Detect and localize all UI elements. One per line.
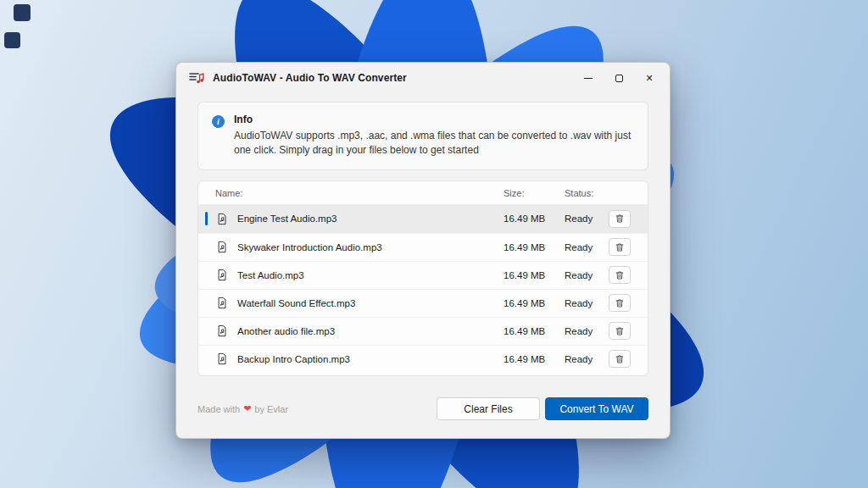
trash-icon: [615, 354, 625, 364]
info-panel: i Info AudioToWAV supports .mp3, .aac, a…: [198, 102, 648, 170]
file-status: Ready: [565, 214, 609, 224]
trash-icon: [615, 270, 625, 280]
file-list-header: Name: Size: Status:: [198, 181, 648, 205]
file-row[interactable]: Skywaker Introduction Audio.mp3 16.49 MB…: [198, 233, 648, 261]
file-row[interactable]: Backup Intro Caption.mp3 16.49 MB Ready: [198, 345, 648, 373]
file-name: Engine Test Audio.mp3: [237, 214, 504, 224]
minimize-button[interactable]: [573, 66, 604, 90]
credit-text: Made with ❤ by Evlar: [198, 403, 288, 414]
window-footer: Made with ❤ by Evlar Clear Files Convert…: [198, 397, 648, 420]
window-content: i Info AudioToWAV supports .mp3, .aac, a…: [176, 93, 670, 438]
info-title: Info: [234, 114, 634, 125]
audio-file-icon: [207, 241, 237, 253]
delete-file-button[interactable]: [609, 294, 631, 312]
file-name: Test Audio.mp3: [237, 270, 504, 280]
file-status: Ready: [565, 326, 609, 336]
info-body: AudioToWAV supports .mp3, .aac, and .wma…: [234, 129, 634, 158]
audio-file-icon: [207, 297, 237, 309]
delete-file-button[interactable]: [609, 238, 631, 256]
file-name: Another audio file.mp3: [237, 326, 504, 336]
audio-file-icon: [207, 324, 237, 337]
close-button[interactable]: ✕: [634, 66, 665, 90]
trash-icon: [615, 326, 625, 336]
app-window: AudioToWAV - Audio To WAV Converter ✕ i …: [175, 62, 670, 439]
titlebar[interactable]: AudioToWAV - Audio To WAV Converter ✕: [176, 63, 670, 93]
convert-to-wav-button[interactable]: Convert To WAV: [545, 397, 648, 420]
file-size: 16.49 MB: [504, 242, 565, 252]
footer-actions: Clear Files Convert To WAV: [437, 397, 648, 420]
audio-file-icon: [207, 213, 237, 225]
file-size: 16.49 MB: [504, 270, 565, 280]
window-controls: ✕: [573, 66, 665, 90]
file-status: Ready: [565, 270, 609, 280]
info-icon: i: [212, 115, 225, 128]
trash-icon: [615, 298, 625, 308]
file-row[interactable]: Another audio file.mp3 16.49 MB Ready: [198, 317, 648, 345]
file-size: 16.49 MB: [504, 354, 565, 364]
info-text-block: Info AudioToWAV supports .mp3, .aac, and…: [234, 114, 634, 158]
file-size: 16.49 MB: [504, 214, 565, 224]
column-header-name: Name:: [215, 188, 504, 198]
file-status: Ready: [565, 298, 609, 308]
app-icon: [188, 70, 205, 86]
credit-prefix: Made with: [198, 404, 240, 414]
file-status: Ready: [565, 242, 609, 252]
file-name: Waterfall Sound Effect.mp3: [237, 298, 504, 308]
file-status: Ready: [565, 354, 609, 364]
file-row[interactable]: Engine Test Audio.mp3 16.49 MB Ready: [198, 205, 648, 233]
file-size: 16.49 MB: [504, 326, 565, 336]
column-header-status: Status:: [565, 188, 636, 198]
maximize-button[interactable]: [604, 66, 634, 90]
audio-file-icon: [207, 269, 237, 281]
column-header-size: Size:: [504, 188, 565, 198]
desktop-icon[interactable]: [14, 4, 31, 21]
file-row[interactable]: Test Audio.mp3 16.49 MB Ready: [198, 261, 648, 289]
window-title: AudioToWAV - Audio To WAV Converter: [213, 72, 407, 84]
file-name: Backup Intro Caption.mp3: [237, 354, 504, 364]
selection-indicator: [205, 212, 208, 225]
file-size: 16.49 MB: [504, 298, 565, 308]
delete-file-button[interactable]: [609, 350, 631, 368]
credit-suffix: by Evlar: [254, 404, 288, 414]
heart-icon: ❤: [243, 403, 251, 414]
delete-file-button[interactable]: [609, 266, 631, 284]
close-icon: ✕: [645, 74, 653, 83]
delete-file-button[interactable]: [609, 322, 631, 340]
trash-icon: [615, 214, 625, 224]
file-list: Name: Size: Status: Engine Test Audio.mp…: [198, 180, 648, 376]
file-name: Skywaker Introduction Audio.mp3: [237, 242, 504, 252]
minimize-icon: [584, 78, 593, 79]
maximize-icon: [615, 75, 623, 82]
audio-file-icon: [207, 352, 237, 365]
trash-icon: [615, 242, 625, 252]
desktop-icon[interactable]: [4, 32, 20, 48]
delete-file-button[interactable]: [609, 210, 631, 228]
file-row[interactable]: Waterfall Sound Effect.mp3 16.49 MB Read…: [198, 289, 648, 317]
clear-files-button[interactable]: Clear Files: [437, 397, 540, 420]
